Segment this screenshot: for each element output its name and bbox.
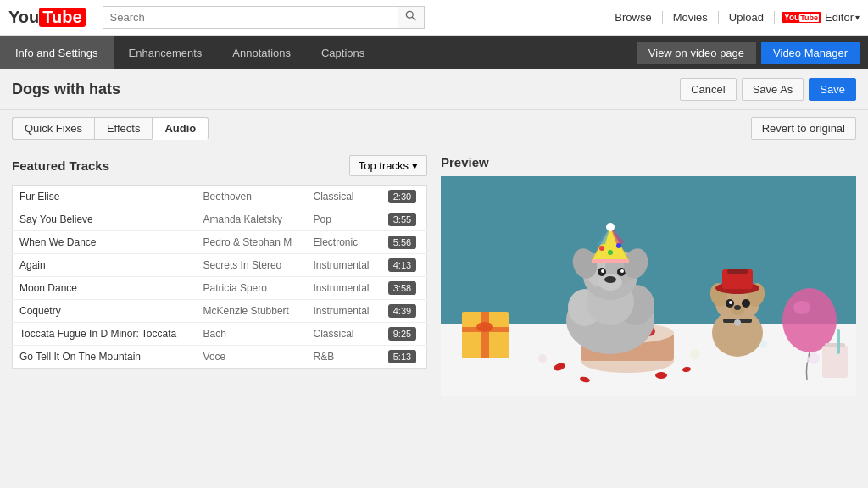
track-genre: Classical (306, 323, 381, 346)
svg-point-38 (620, 269, 624, 273)
movies-link[interactable]: Movies (663, 11, 719, 24)
track-name: When We Dance (13, 231, 197, 254)
tab-info-settings[interactable]: Info and Settings (0, 36, 114, 69)
track-name: Coquetry (13, 300, 197, 323)
tab-annotations[interactable]: Annotations (217, 36, 306, 69)
svg-point-34 (604, 276, 616, 283)
track-artist: Patricia Spero (197, 277, 307, 300)
track-genre: Pop (306, 208, 381, 231)
tracks-table-body: Fur Elise Beethoven Classical 2:30 Say Y… (13, 186, 427, 369)
track-duration: 3:55 (381, 208, 427, 231)
tab-enhancements[interactable]: Enhancements (114, 36, 218, 69)
track-genre: Electronic (306, 231, 381, 254)
sub-tabs: Quick Fixes Effects Audio Revert to orig… (0, 110, 868, 147)
svg-point-59 (734, 319, 741, 326)
svg-point-46 (608, 250, 613, 255)
editor-dropdown-icon[interactable]: ▾ (855, 13, 860, 22)
track-artist: Beethoven (197, 186, 307, 208)
svg-point-55 (729, 301, 732, 304)
svg-rect-66 (825, 343, 845, 347)
top-tracks-button[interactable]: Top tracks ▾ (349, 155, 427, 176)
track-genre: Instrumental (306, 254, 381, 277)
search-icon (405, 10, 417, 22)
track-duration: 3:58 (381, 277, 427, 300)
tab-captions[interactable]: Captions (306, 36, 380, 69)
track-genre: R&B (306, 346, 381, 369)
svg-point-54 (742, 299, 750, 308)
logo-tube: Tube (39, 8, 85, 27)
track-artist: Bach (197, 323, 307, 346)
title-actions: Cancel Save As Save (680, 78, 856, 101)
track-artist: Pedro & Stephan M (197, 231, 307, 254)
track-name: Moon Dance (13, 277, 197, 300)
svg-line-1 (412, 17, 415, 20)
upload-link[interactable]: Upload (719, 11, 775, 24)
top-tracks-label: Top tracks (359, 159, 409, 172)
editor-button[interactable]: Editor (825, 11, 854, 24)
table-row[interactable]: Again Secrets In Stereo Instrumental 4:1… (13, 254, 427, 277)
svg-point-63 (782, 288, 837, 352)
table-row[interactable]: Moon Dance Patricia Spero Instrumental 3… (13, 277, 427, 300)
track-duration: 9:25 (381, 323, 427, 346)
track-duration: 4:39 (381, 300, 427, 323)
tab-right-buttons: View on video page Video Manager (637, 42, 868, 64)
track-name: Go Tell It On The Mountain (13, 346, 197, 369)
table-row[interactable]: Coquetry McKenzie Stubbert Instrumental … (13, 300, 427, 323)
track-genre: Classical (306, 186, 381, 208)
yt-sm-logo: YouTube (782, 12, 821, 23)
svg-point-5 (538, 354, 547, 363)
page-title: Dogs with hats (12, 80, 680, 98)
view-on-video-page-button[interactable]: View on video page (637, 42, 756, 64)
track-name: Toccata Fugue In D Minor: Toccata (13, 323, 197, 346)
top-tracks-dropdown-icon: ▾ (412, 159, 418, 172)
youtube-logo: YouTube (8, 8, 86, 27)
search-input[interactable] (103, 6, 398, 29)
table-row[interactable]: Toccata Fugue In D Minor: Toccata Bach C… (13, 323, 427, 346)
svg-point-45 (616, 243, 621, 248)
svg-point-7 (690, 349, 700, 359)
table-row[interactable]: Say You Believe Amanda Kaletsky Pop 3:55 (13, 208, 427, 231)
track-duration: 5:56 (381, 231, 427, 254)
svg-point-37 (601, 269, 604, 273)
video-preview (441, 176, 856, 396)
svg-point-48 (606, 223, 615, 231)
track-artist: Voce (197, 346, 307, 369)
track-duration: 4:13 (381, 254, 427, 277)
save-button[interactable]: Save (809, 78, 856, 101)
table-row[interactable]: When We Dance Pedro & Stephan M Electron… (13, 231, 427, 254)
tracks-panel: Featured Tracks Top tracks ▾ Fur Elise B… (12, 155, 427, 479)
track-name: Say You Believe (13, 208, 197, 231)
sub-tab-audio[interactable]: Audio (152, 117, 209, 140)
tab-bar: Info and Settings Enhancements Annotatio… (0, 36, 868, 69)
save-as-button[interactable]: Save As (742, 78, 804, 101)
sub-tab-quick-fixes[interactable]: Quick Fixes (12, 117, 94, 140)
preview-title: Preview (441, 155, 856, 169)
svg-point-57 (734, 305, 741, 310)
sub-tabs-left: Quick Fixes Effects Audio (12, 117, 209, 140)
track-genre: Instrumental (306, 300, 381, 323)
track-name: Again (13, 254, 197, 277)
svg-rect-67 (837, 329, 840, 354)
search-button[interactable] (398, 6, 425, 29)
nav-links: Browse Movies Upload YouTube Editor ▾ (604, 11, 860, 24)
tracks-title: Featured Tracks (12, 158, 109, 173)
preview-panel: Preview (441, 155, 856, 479)
sub-tab-effects[interactable]: Effects (94, 117, 153, 140)
tracks-table: Fur Elise Beethoven Classical 2:30 Say Y… (12, 185, 427, 369)
main-content: Featured Tracks Top tracks ▾ Fur Elise B… (0, 147, 868, 487)
track-artist: McKenzie Stubbert (197, 300, 307, 323)
svg-rect-47 (592, 259, 629, 263)
cancel-button[interactable]: Cancel (680, 78, 736, 101)
track-name: Fur Elise (13, 186, 197, 208)
video-container: ↺ 🔊 0:09 / 0:09 ⛶ (441, 176, 856, 396)
svg-point-68 (785, 350, 809, 367)
browse-link[interactable]: Browse (604, 11, 662, 24)
svg-point-64 (793, 301, 810, 314)
page-title-bar: Dogs with hats Cancel Save As Save (0, 69, 868, 110)
svg-point-0 (406, 11, 413, 18)
svg-rect-65 (822, 346, 848, 378)
video-manager-button[interactable]: Video Manager (761, 42, 860, 64)
table-row[interactable]: Go Tell It On The Mountain Voce R&B 5:13 (13, 346, 427, 369)
revert-to-original-button[interactable]: Revert to original (751, 117, 856, 140)
table-row[interactable]: Fur Elise Beethoven Classical 2:30 (13, 186, 427, 208)
